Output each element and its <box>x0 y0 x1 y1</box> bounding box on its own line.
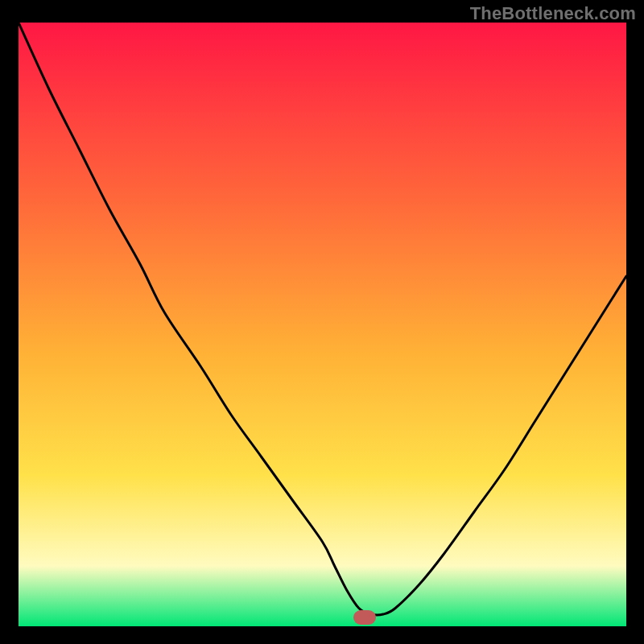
gradient-background <box>19 23 626 626</box>
optimum-marker <box>353 610 376 625</box>
plot-area <box>19 23 626 626</box>
chart-frame: TheBottleneck.com <box>0 0 644 644</box>
watermark-text: TheBottleneck.com <box>470 3 636 24</box>
plot-svg <box>19 23 626 626</box>
